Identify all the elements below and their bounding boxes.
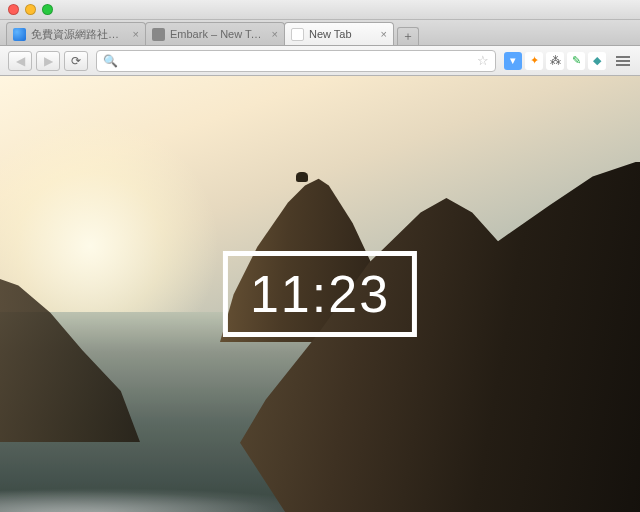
tab-label: New Tab <box>309 28 376 40</box>
extensions-area: ▾✦⁂✎◆ <box>504 52 606 70</box>
tab-close-icon[interactable]: × <box>381 29 387 40</box>
macos-titlebar <box>0 0 640 20</box>
reload-button[interactable]: ⟳ <box>64 51 88 71</box>
tab-strip: 免費資源網路社群｜免費資… × Embark – New Tab Page … … <box>0 20 640 46</box>
tab-close-icon[interactable]: × <box>133 29 139 40</box>
toolbar: ◀ ▶ ⟳ 🔍 ☆ ▾✦⁂✎◆ <box>0 46 640 76</box>
favicon-icon <box>291 28 304 41</box>
tab-1[interactable]: Embark – New Tab Page … × <box>145 22 285 45</box>
ext-evernote[interactable]: ✎ <box>567 52 585 70</box>
browser-window: 免費資源網路社群｜免費資… × Embark – New Tab Page … … <box>0 0 640 512</box>
clock-time: 11:23 <box>250 264 390 324</box>
ext-cluster[interactable]: ⁂ <box>546 52 564 70</box>
traffic-light-close[interactable] <box>8 4 19 15</box>
forward-button[interactable]: ▶ <box>36 51 60 71</box>
ext-down-arrow[interactable]: ▾ <box>504 52 522 70</box>
tab-label: Embark – New Tab Page … <box>170 28 267 40</box>
tab-0[interactable]: 免費資源網路社群｜免費資… × <box>6 22 146 45</box>
traffic-light-minimize[interactable] <box>25 4 36 15</box>
chrome-menu-icon[interactable] <box>614 53 632 69</box>
new-tab-button[interactable]: ＋ <box>397 27 419 45</box>
search-icon: 🔍 <box>103 54 118 68</box>
bookmark-star-icon[interactable]: ☆ <box>477 53 489 68</box>
ext-orange[interactable]: ✦ <box>525 52 543 70</box>
ext-diamond[interactable]: ◆ <box>588 52 606 70</box>
page-content: 11:23 <box>0 76 640 512</box>
address-bar[interactable]: 🔍 ☆ <box>96 50 496 72</box>
tab-close-icon[interactable]: × <box>272 29 278 40</box>
tab-2[interactable]: New Tab × <box>284 22 394 45</box>
tab-label: 免費資源網路社群｜免費資… <box>31 27 128 42</box>
favicon-icon <box>13 28 26 41</box>
nav-buttons: ◀ ▶ ⟳ <box>8 51 88 71</box>
traffic-light-zoom[interactable] <box>42 4 53 15</box>
clock-widget: 11:23 <box>223 251 417 337</box>
favicon-icon <box>152 28 165 41</box>
back-button[interactable]: ◀ <box>8 51 32 71</box>
